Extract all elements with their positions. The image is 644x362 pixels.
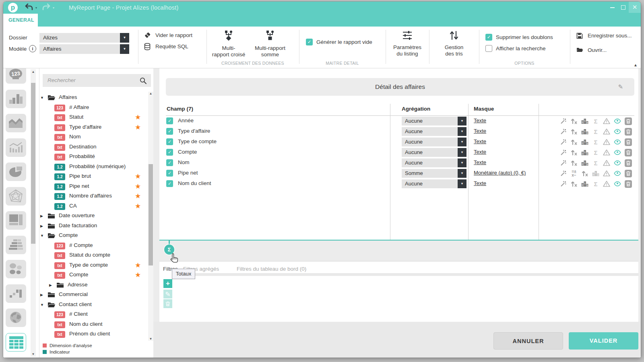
- chart-type-layout-widget-icon[interactable]: [6, 211, 26, 230]
- warning-icon[interactable]: [603, 128, 610, 135]
- chart-type-radar-chart-icon[interactable]: [6, 187, 26, 206]
- chart-type-bar-chart-icon[interactable]: [6, 90, 26, 108]
- tree-folder-contact-client[interactable]: ▼Contact client: [39, 300, 144, 310]
- visibility-eye-icon[interactable]: [614, 159, 621, 167]
- requete-sql-button[interactable]: Requête SQL: [155, 43, 188, 49]
- sort-icon[interactable]: [570, 117, 578, 125]
- tree-field--client[interactable]: 123# Client: [39, 310, 144, 320]
- chart-type-waterfall-chart-icon[interactable]: [6, 284, 26, 303]
- chart-type-bubble-chart-icon[interactable]: [6, 260, 26, 278]
- tree-field-pr-nom-du-client[interactable]: txtPrénom du client: [39, 330, 144, 339]
- warning-icon[interactable]: [603, 170, 610, 177]
- tree-folder-commercial[interactable]: ▶Commercial: [39, 290, 144, 300]
- masque-link[interactable]: Texte: [474, 138, 486, 144]
- field-checkbox[interactable]: ✓: [166, 170, 173, 177]
- aggregation-select[interactable]: Aucune: [402, 148, 458, 157]
- redo-button[interactable]: [41, 3, 52, 12]
- field-checkbox[interactable]: ✓: [166, 128, 173, 135]
- aggregation-select[interactable]: Aucune: [402, 117, 458, 125]
- delete-field-icon[interactable]: [625, 159, 632, 167]
- afficher-recherche-checkbox[interactable]: [485, 45, 492, 52]
- tab-general[interactable]: GENERAL: [3, 14, 38, 27]
- caret-right-icon[interactable]: ▶: [40, 214, 43, 218]
- ouvrir-button[interactable]: Ouvrir...: [588, 47, 607, 53]
- tree-field--compte[interactable]: 123# Compte: [39, 241, 144, 251]
- tree-field-compte[interactable]: txtCompte★: [39, 271, 144, 280]
- sigma-icon[interactable]: Σ: [592, 180, 599, 187]
- field-checkbox[interactable]: ✓: [166, 117, 173, 124]
- masque-link[interactable]: Monétaire (auto) (0, €): [474, 170, 526, 176]
- close-button[interactable]: ✕: [629, 2, 641, 13]
- redo-dropdown-caret[interactable]: ▾: [53, 6, 54, 10]
- caret-down-icon[interactable]: ▼: [40, 234, 44, 238]
- ranking-icon[interactable]: 213: [581, 180, 588, 187]
- modele-select[interactable]: Affaires: [39, 44, 120, 54]
- aggregation-select[interactable]: Aucune: [402, 158, 458, 167]
- delete-field-icon[interactable]: [625, 170, 632, 177]
- tree-field-probabilit-[interactable]: txtProbabilité: [39, 152, 144, 162]
- chart-type-area-chart-icon[interactable]: [6, 114, 26, 132]
- magic-wand-icon[interactable]: [559, 128, 567, 135]
- favorite-star-icon[interactable]: ★: [135, 182, 141, 191]
- favorite-star-icon[interactable]: ★: [135, 271, 141, 279]
- ranking-icon[interactable]: 213: [581, 128, 588, 135]
- delete-field-icon[interactable]: [625, 128, 632, 135]
- field-checkbox[interactable]: ✓: [166, 159, 173, 166]
- aggregation-select-arrow-icon[interactable]: ▼: [458, 179, 466, 188]
- field-checkbox[interactable]: ✓: [166, 180, 173, 187]
- tree-field-nom-du-client[interactable]: txtNom du client: [39, 320, 144, 330]
- magic-wand-icon[interactable]: [559, 138, 567, 146]
- aggregation-select[interactable]: Somme: [402, 169, 458, 178]
- minimize-button[interactable]: [607, 2, 618, 13]
- parametres-du-listing-button[interactable]: Paramètres du listing: [386, 30, 429, 57]
- favorite-star-icon[interactable]: ★: [135, 172, 141, 181]
- tree-scrollbar[interactable]: ▲ ▼: [148, 92, 153, 341]
- magic-wand-icon[interactable]: [559, 170, 567, 177]
- aggregation-select-arrow-icon[interactable]: ▼: [458, 127, 466, 136]
- aggregation-select[interactable]: Aucune: [402, 127, 458, 136]
- favorite-star-icon[interactable]: ★: [135, 123, 141, 132]
- tree-scrollbar-thumb[interactable]: [149, 164, 153, 265]
- warning-icon[interactable]: [603, 138, 610, 146]
- aggregation-select-arrow-icon[interactable]: ▼: [458, 148, 466, 157]
- tree-folder-date-ouverture[interactable]: ▶Date ouverture: [39, 212, 144, 221]
- visibility-eye-icon[interactable]: [614, 149, 621, 156]
- edit-filter-button[interactable]: ✎: [163, 290, 172, 298]
- caret-down-icon[interactable]: ▼: [40, 303, 44, 307]
- warning-icon[interactable]: [603, 159, 610, 167]
- favorite-star-icon[interactable]: ★: [135, 261, 141, 269]
- tree-field-statut-du-compte[interactable]: txtStatut du compte: [39, 251, 144, 261]
- tree-field-type-de-compte[interactable]: txtType de compte★: [39, 261, 144, 271]
- caret-right-icon[interactable]: ▶: [40, 293, 43, 297]
- cancel-button[interactable]: ANNULER: [493, 332, 563, 350]
- favorite-star-icon[interactable]: ★: [135, 202, 141, 210]
- generer-rapport-vide-checkbox[interactable]: ✓: [306, 39, 313, 45]
- sidebar-scrollbar-thumb[interactable]: [31, 83, 35, 244]
- favorite-star-icon[interactable]: ★: [135, 113, 141, 121]
- magic-wand-icon[interactable]: [559, 117, 567, 125]
- scroll-down-icon[interactable]: ▼: [148, 337, 153, 341]
- scroll-up-icon[interactable]: ▲: [31, 70, 36, 74]
- aggregation-select-arrow-icon[interactable]: ▼: [458, 158, 466, 167]
- favorite-star-icon[interactable]: ★: [135, 192, 141, 200]
- caret-down-icon[interactable]: ▼: [40, 96, 44, 100]
- dossier-select[interactable]: Alizes: [39, 33, 120, 43]
- masque-link[interactable]: Texte: [474, 159, 486, 165]
- delete-field-icon[interactable]: [625, 117, 632, 125]
- tree-folder-compte[interactable]: ▼Compte: [39, 231, 144, 241]
- chart-type-map-globe-icon[interactable]: [6, 309, 26, 327]
- visibility-eye-icon[interactable]: [614, 180, 621, 187]
- sigma-icon[interactable]: Σ: [592, 149, 599, 156]
- visibility-eye-icon[interactable]: [614, 128, 621, 135]
- ranking-icon[interactable]: 213: [581, 159, 588, 167]
- tree-field-pipe-brut[interactable]: 1.2Pipe brut★: [39, 172, 144, 182]
- undo-button[interactable]: [24, 3, 35, 12]
- edit-title-pencil-icon[interactable]: ✎: [618, 78, 623, 96]
- warning-icon[interactable]: [603, 180, 610, 187]
- tree-field--affaire[interactable]: 123# Affaire: [39, 103, 144, 113]
- caret-right-icon[interactable]: ▶: [49, 283, 52, 287]
- aggregation-select[interactable]: Aucune: [402, 179, 458, 188]
- multi-rapport-croise-button[interactable]: Multi- rapport croisé: [206, 30, 251, 58]
- masque-link[interactable]: Texte: [474, 180, 486, 186]
- chart-type-table-widget-icon[interactable]: [6, 333, 26, 352]
